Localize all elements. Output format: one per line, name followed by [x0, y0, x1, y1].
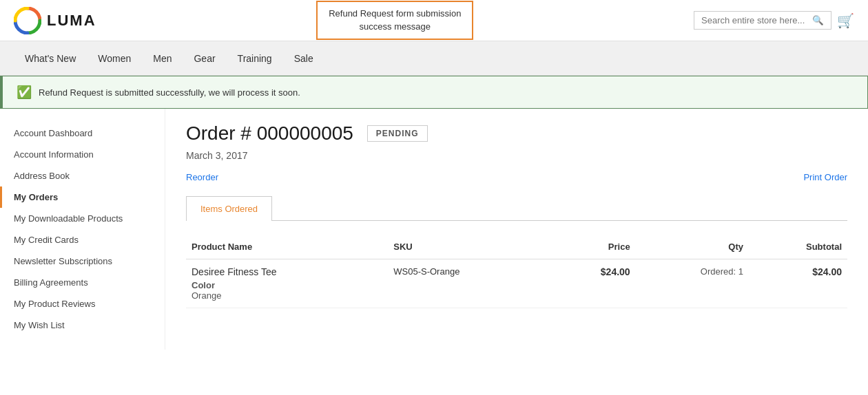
cart-icon[interactable]: 🛒: [837, 12, 854, 29]
color-label: Color: [192, 280, 215, 290]
sku-cell: WS05-S-Orange: [388, 259, 550, 308]
product-color-attr: Color Orange: [192, 280, 382, 301]
nav-item-training[interactable]: Training: [227, 41, 283, 75]
nav-item-gear[interactable]: Gear: [183, 41, 226, 75]
sidebar-item-dashboard[interactable]: Account Dashboard: [0, 122, 165, 144]
col-qty: Qty: [636, 235, 749, 259]
qty-value: Ordered: 1: [701, 266, 743, 277]
sidebar-item-newsletter[interactable]: Newsletter Subscriptions: [0, 250, 165, 272]
success-message: Refund Request is submitted successfully…: [39, 87, 300, 98]
sidebar-item-my-orders[interactable]: My Orders: [0, 186, 165, 208]
order-header: Order # 000000005 PENDING: [186, 122, 847, 145]
sidebar-item-account-info[interactable]: Account Information: [0, 144, 165, 165]
refund-message-line1: Refund Request form submission: [329, 8, 461, 20]
table-row: Desiree Fitness Tee Color Orange WS05-S-…: [186, 259, 847, 308]
sidebar-item-credit-cards[interactable]: My Credit Cards: [0, 229, 165, 250]
order-actions: Reorder Print Order: [186, 172, 847, 182]
search-button[interactable]: 🔍: [812, 15, 824, 25]
header-right: 🔍 🛒: [694, 11, 854, 30]
logo-icon: [14, 7, 41, 34]
order-tabs: Items Ordered: [186, 196, 847, 221]
nav-item-men[interactable]: Men: [142, 41, 183, 75]
col-subtotal: Subtotal: [749, 235, 847, 259]
tab-items-ordered[interactable]: Items Ordered: [186, 196, 272, 221]
logo[interactable]: LUMA: [14, 7, 96, 34]
col-product-name: Product Name: [186, 235, 388, 259]
nav-item-women[interactable]: Women: [87, 41, 142, 75]
sidebar-item-address-book[interactable]: Address Book: [0, 165, 165, 186]
price-value: $24.00: [601, 266, 630, 277]
success-checkmark-icon: ✅: [17, 85, 32, 100]
sidebar-item-reviews[interactable]: My Product Reviews: [0, 293, 165, 314]
order-date: March 3, 2017: [186, 150, 847, 161]
price-cell: $24.00: [550, 259, 636, 308]
product-name-cell: Desiree Fitness Tee Color Orange: [186, 259, 388, 308]
search-input[interactable]: [701, 15, 812, 25]
color-value: Orange: [192, 290, 221, 301]
sidebar-item-downloadable[interactable]: My Downloadable Products: [0, 208, 165, 229]
sidebar-item-wishlist[interactable]: My Wish List: [0, 314, 165, 336]
table-header-row: Product Name SKU Price Qty Subtotal: [186, 235, 847, 259]
main-content: Account Dashboard Account Information Ad…: [0, 109, 868, 350]
sidebar-item-billing[interactable]: Billing Agreements: [0, 272, 165, 293]
refund-message-box: Refund Request form submission success m…: [316, 1, 473, 39]
col-price: Price: [550, 235, 636, 259]
order-status-badge: PENDING: [367, 125, 428, 142]
nav-item-sale[interactable]: Sale: [283, 41, 324, 75]
col-sku: SKU: [388, 235, 550, 259]
items-table: Product Name SKU Price Qty Subtotal Desi…: [186, 235, 847, 308]
product-name: Desiree Fitness Tee: [192, 266, 382, 277]
refund-message-line2: success message: [329, 21, 461, 33]
account-sidebar: Account Dashboard Account Information Ad…: [0, 109, 165, 350]
main-nav: What's New Women Men Gear Training Sale: [0, 41, 868, 76]
reorder-link[interactable]: Reorder: [186, 172, 218, 182]
subtotal-cell: $24.00: [749, 259, 847, 308]
header-center: Refund Request form submission success m…: [96, 1, 694, 39]
search-box[interactable]: 🔍: [694, 11, 831, 30]
print-order-link[interactable]: Print Order: [803, 172, 847, 182]
site-header: LUMA Refund Request form submission succ…: [0, 0, 868, 41]
order-content: Order # 000000005 PENDING March 3, 2017 …: [165, 109, 868, 350]
subtotal-value: $24.00: [812, 266, 842, 277]
logo-text: LUMA: [47, 12, 96, 30]
nav-item-whats-new[interactable]: What's New: [14, 41, 87, 75]
qty-cell: Ordered: 1: [636, 259, 749, 308]
order-title: Order # 000000005: [186, 122, 353, 145]
success-banner: ✅ Refund Request is submitted successful…: [0, 76, 868, 109]
